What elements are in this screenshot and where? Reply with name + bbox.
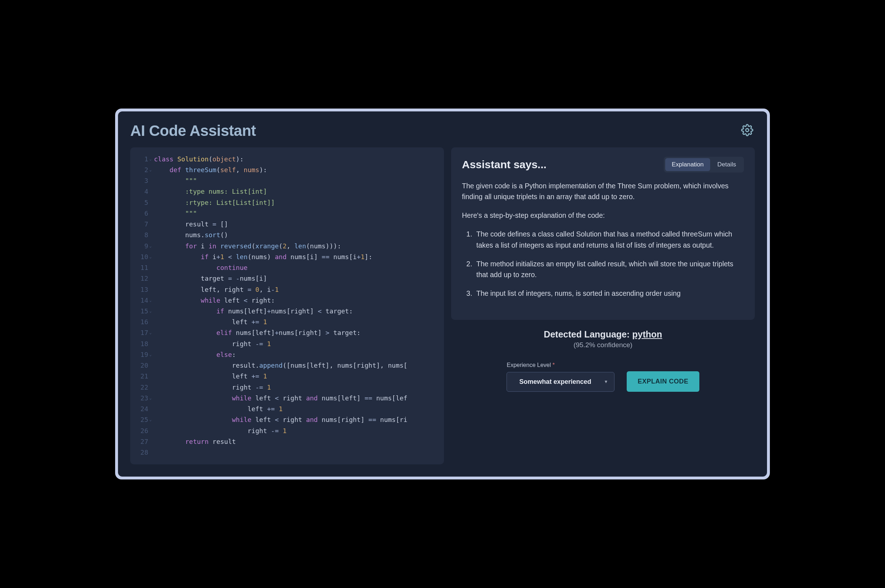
- fold-marker: [148, 316, 154, 327]
- app-frame: AI Code Assistant 1⌄class Solution(objec…: [115, 108, 770, 480]
- code-line: 2⌄ def threeSum(self, nums):: [135, 165, 439, 176]
- code-line: 18 right -= 1: [135, 339, 439, 350]
- code-text: class Solution(object):: [154, 154, 439, 165]
- line-number: 22: [135, 382, 148, 393]
- code-line: 27 return result: [135, 436, 439, 447]
- code-text: continue: [154, 262, 439, 273]
- fold-marker: [148, 262, 154, 273]
- line-number: 28: [135, 447, 148, 458]
- line-number: 14: [135, 295, 148, 306]
- fold-marker: [148, 360, 154, 371]
- assistant-steps: The code defines a class called Solution…: [462, 229, 744, 298]
- fold-marker: [148, 371, 154, 382]
- experience-label: Experience Level *: [507, 362, 614, 368]
- fold-marker[interactable]: ⌄: [148, 295, 154, 306]
- line-number: 26: [135, 426, 148, 436]
- code-text: """: [154, 176, 439, 186]
- code-line: 1⌄class Solution(object):: [135, 154, 439, 165]
- line-number: 4: [135, 186, 148, 197]
- fold-marker[interactable]: ⌄: [148, 165, 154, 176]
- code-line: 19⌄ else:: [135, 350, 439, 360]
- assistant-step: The method initializes an empty list cal…: [474, 258, 744, 280]
- code-line: 10⌄ if i+1 < len(nums) and nums[i] == nu…: [135, 252, 439, 262]
- line-number: 12: [135, 273, 148, 284]
- code-text: for i in reversed(xrange(2, len(nums))):: [154, 241, 439, 252]
- line-number: 13: [135, 284, 148, 295]
- fold-marker[interactable]: ⌄: [148, 241, 154, 252]
- fold-marker: [148, 273, 154, 284]
- fold-marker[interactable]: ⌄: [148, 154, 154, 165]
- code-text: right -= 1: [154, 382, 439, 393]
- tab-details[interactable]: Details: [711, 158, 742, 171]
- fold-marker: [148, 404, 154, 414]
- code-line: 23⌄ while left < right and nums[left] ==…: [135, 393, 439, 404]
- line-number: 19: [135, 350, 148, 360]
- code-line: 7 result = []: [135, 219, 439, 230]
- code-text: :rtype: List[List[int]]: [154, 197, 439, 208]
- assistant-title: Assistant says...: [462, 159, 546, 171]
- code-text: result = []: [154, 219, 439, 230]
- code-text: """: [154, 208, 439, 219]
- code-line: 11 continue: [135, 262, 439, 273]
- fold-marker: [148, 186, 154, 197]
- code-line: 22 right -= 1: [135, 382, 439, 393]
- explain-code-button[interactable]: EXPLAIN CODE: [627, 371, 699, 392]
- fold-marker[interactable]: ⌄: [148, 414, 154, 425]
- assistant-step: The input list of integers, nums, is sor…: [474, 288, 744, 298]
- experience-select-wrap: Somewhat experienced ▼: [507, 372, 614, 392]
- line-number: 9: [135, 241, 148, 252]
- fold-marker: [148, 208, 154, 219]
- fold-marker: [148, 197, 154, 208]
- assistant-body: The given code is a Python implementatio…: [462, 180, 744, 299]
- fold-marker[interactable]: ⌄: [148, 306, 154, 316]
- code-text: while left < right:: [154, 295, 439, 306]
- assistant-header: Assistant says... Explanation Details: [462, 157, 744, 172]
- code-text: left += 1: [154, 316, 439, 327]
- fold-marker[interactable]: ⌄: [148, 393, 154, 404]
- fold-marker[interactable]: ⌄: [148, 252, 154, 262]
- line-number: 18: [135, 339, 148, 350]
- code-text: if nums[left]+nums[right] < target:: [154, 306, 439, 316]
- code-line: 17⌄ elif nums[left]+nums[right] > target…: [135, 327, 439, 338]
- code-text: def threeSum(self, nums):: [154, 165, 439, 176]
- tab-explanation[interactable]: Explanation: [665, 158, 710, 171]
- code-line: 21 left += 1: [135, 371, 439, 382]
- code-text: elif nums[left]+nums[right] > target:: [154, 327, 439, 338]
- code-text: left, right = 0, i-1: [154, 284, 439, 295]
- fold-marker[interactable]: ⌄: [148, 350, 154, 360]
- line-number: 3: [135, 176, 148, 186]
- code-line: 28: [135, 447, 439, 458]
- line-number: 23: [135, 393, 148, 404]
- code-text: :type nums: List[int]: [154, 186, 439, 197]
- line-number: 17: [135, 327, 148, 338]
- fold-marker: [148, 382, 154, 393]
- code-line: 5 :rtype: List[List[int]]: [135, 197, 439, 208]
- line-number: 1: [135, 154, 148, 165]
- page-title: AI Code Assistant: [130, 122, 256, 140]
- line-number: 21: [135, 371, 148, 382]
- app-inner: AI Code Assistant 1⌄class Solution(objec…: [118, 111, 767, 477]
- code-text: while left < right and nums[left] == num…: [154, 393, 439, 404]
- fold-marker: [148, 219, 154, 230]
- tab-group: Explanation Details: [664, 157, 744, 172]
- code-line: 26 right -= 1: [135, 426, 439, 436]
- code-text: target = -nums[i]: [154, 273, 439, 284]
- assistant-step: The code defines a class called Solution…: [474, 229, 744, 250]
- code-line: 12 target = -nums[i]: [135, 273, 439, 284]
- code-text: result.append([nums[left], nums[right], …: [154, 360, 439, 371]
- line-number: 10: [135, 252, 148, 262]
- line-number: 6: [135, 208, 148, 219]
- code-line: 8 nums.sort(): [135, 230, 439, 240]
- controls-row: Experience Level * Somewhat experienced …: [451, 362, 755, 392]
- code-line: 25⌄ while left < right and nums[right] =…: [135, 414, 439, 425]
- fold-marker[interactable]: ⌄: [148, 327, 154, 338]
- line-number: 15: [135, 306, 148, 316]
- line-number: 11: [135, 262, 148, 273]
- experience-select[interactable]: Somewhat experienced: [507, 372, 614, 392]
- code-line: 15⌄ if nums[left]+nums[right] < target:: [135, 306, 439, 316]
- detection-line: Detected Language: python: [451, 329, 755, 340]
- assistant-card: Assistant says... Explanation Details Th…: [451, 147, 755, 320]
- settings-button[interactable]: [740, 123, 755, 139]
- code-line: 3 """: [135, 176, 439, 186]
- code-editor[interactable]: 1⌄class Solution(object):2⌄ def threeSum…: [130, 147, 444, 465]
